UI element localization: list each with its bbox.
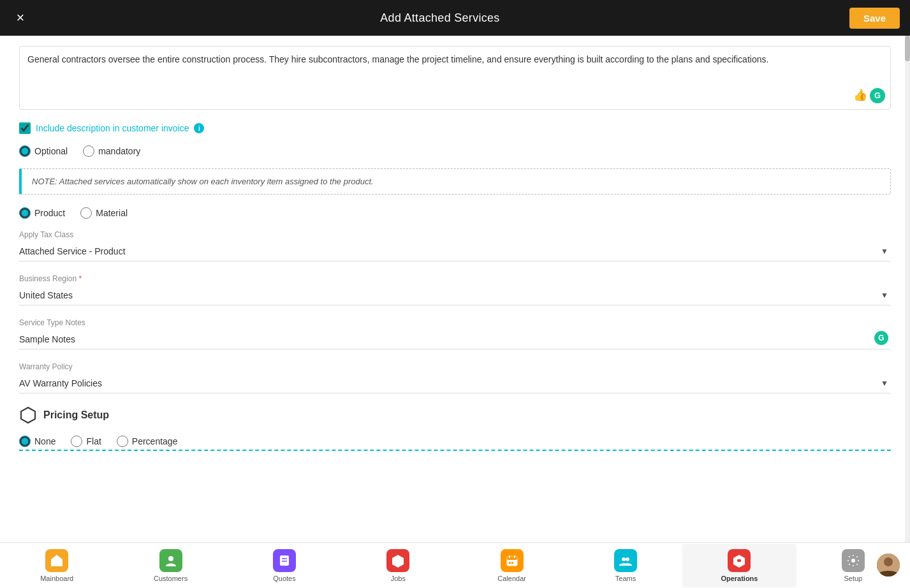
nav-customers[interactable]: Customers [114,544,227,587]
nav-mainboard[interactable]: Mainboard [0,544,114,587]
svg-marker-1 [51,555,62,566]
service-type-notes-field: Service Type Notes Sample Notes G [19,318,891,349]
percentage-label: Percentage [132,436,178,446]
svg-rect-12 [511,562,513,564]
setup-icon [842,549,865,572]
svg-point-2 [168,556,173,561]
material-radio-item[interactable]: Material [80,207,128,219]
pricing-setup-header: Pricing Setup [19,406,891,424]
optional-radio[interactable] [19,145,31,157]
mainboard-icon [45,549,68,572]
save-button[interactable]: Save [849,8,900,29]
svg-point-14 [626,557,629,561]
include-description-checkbox[interactable] [19,122,31,134]
mandatory-label: mandatory [98,146,140,156]
apply-tax-class-dropdown[interactable]: Attached Service - Product ▼ [19,242,891,261]
flat-radio[interactable] [71,436,82,447]
flat-radio-item[interactable]: Flat [71,436,101,447]
percentage-radio-item[interactable]: Percentage [117,436,178,447]
svg-marker-6 [392,555,404,568]
info-icon[interactable]: i [194,123,204,133]
nav-operations[interactable]: Operations [682,544,796,587]
customers-label: Customers [154,575,187,582]
warranty-policy-label: Warranty Policy [19,362,891,371]
business-region-arrow: ▼ [881,291,888,300]
required-indicator: * [78,274,82,283]
svg-rect-16 [737,559,741,562]
close-button[interactable]: × [10,8,31,28]
description-text: General contractors oversee the entire c… [27,53,883,66]
header: × Add Attached Services Save [0,0,910,36]
service-type-notes-value: Sample Notes [19,334,75,344]
notes-grammarly-icon: G [874,331,888,345]
calendar-label: Calendar [497,575,526,582]
nav-teams[interactable]: Teams [569,544,682,587]
pricing-setup-icon [19,406,37,424]
nav-quotes[interactable]: Quotes [228,544,341,587]
description-icons: 👍 G [853,87,885,104]
warranty-policy-value: AV Warranty Policies [19,378,102,388]
percentage-radio[interactable] [117,436,128,447]
material-label: Material [96,208,128,218]
note-text: NOTE: Attached services automatically sh… [32,177,374,186]
pricing-options-group: None Flat Percentage [19,436,891,451]
user-avatar[interactable] [877,554,900,577]
svg-rect-3 [280,555,289,566]
teams-label: Teams [615,575,636,582]
svg-point-13 [622,557,626,561]
jobs-label: Jobs [391,575,406,582]
none-radio[interactable] [19,436,31,447]
grammarly-icon: G [870,88,885,103]
business-region-value: United States [19,290,73,300]
nav-jobs[interactable]: Jobs [341,544,455,587]
customers-icon [159,549,182,572]
flat-label: Flat [86,436,101,446]
bottom-navigation: Mainboard Customers Quotes Jobs [0,542,910,588]
calendar-icon [501,549,524,572]
quotes-icon [273,549,296,572]
service-type-notes-label: Service Type Notes [19,318,891,327]
business-region-field: Business Region * United States ▼ [19,274,891,305]
service-type-notes-input[interactable]: Sample Notes G [19,330,891,349]
optional-label: Optional [34,146,68,156]
apply-tax-class-label: Apply Tax Class [19,230,891,239]
quotes-label: Quotes [273,575,295,582]
product-label: Product [34,208,65,218]
apply-tax-class-value: Attached Service - Product [19,246,126,256]
mandatory-radio[interactable] [83,145,94,157]
page-title: Add Attached Services [380,11,499,25]
operations-icon [728,549,751,572]
operations-label: Operations [721,575,758,582]
optional-mandatory-group: Optional mandatory [19,145,891,157]
apply-tax-class-arrow: ▼ [881,247,888,256]
mandatory-radio-item[interactable]: mandatory [83,145,140,157]
svg-point-19 [884,557,893,566]
product-radio[interactable] [19,207,31,219]
apply-tax-class-field: Apply Tax Class Attached Service - Produ… [19,230,891,261]
pricing-setup-title: Pricing Setup [43,409,109,421]
business-region-dropdown[interactable]: United States ▼ [19,286,891,305]
warranty-policy-dropdown[interactable]: AV Warranty Policies ▼ [19,374,891,393]
warranty-policy-arrow: ▼ [881,379,888,388]
nav-calendar[interactable]: Calendar [455,544,569,587]
note-box: NOTE: Attached services automatically sh… [19,168,891,195]
product-radio-item[interactable]: Product [19,207,65,219]
none-radio-item[interactable]: None [19,436,55,447]
product-material-group: Product Material [19,207,891,219]
include-description-label: Include description in customer invoice [36,123,189,133]
material-radio[interactable] [80,207,92,219]
setup-label: Setup [844,575,862,582]
jobs-icon [386,549,409,572]
main-content: General contractors oversee the entire c… [0,36,910,542]
svg-marker-0 [21,408,35,423]
mainboard-label: Mainboard [40,575,73,582]
thumbs-up-icon: 👍 [853,87,867,104]
include-description-row: Include description in customer invoice … [19,122,891,134]
svg-point-17 [851,559,855,562]
teams-icon [614,549,637,572]
svg-rect-8 [507,557,517,560]
none-label: None [34,436,55,446]
description-textarea[interactable]: General contractors oversee the entire c… [19,46,891,110]
warranty-policy-field: Warranty Policy AV Warranty Policies ▼ [19,362,891,393]
optional-radio-item[interactable]: Optional [19,145,68,157]
